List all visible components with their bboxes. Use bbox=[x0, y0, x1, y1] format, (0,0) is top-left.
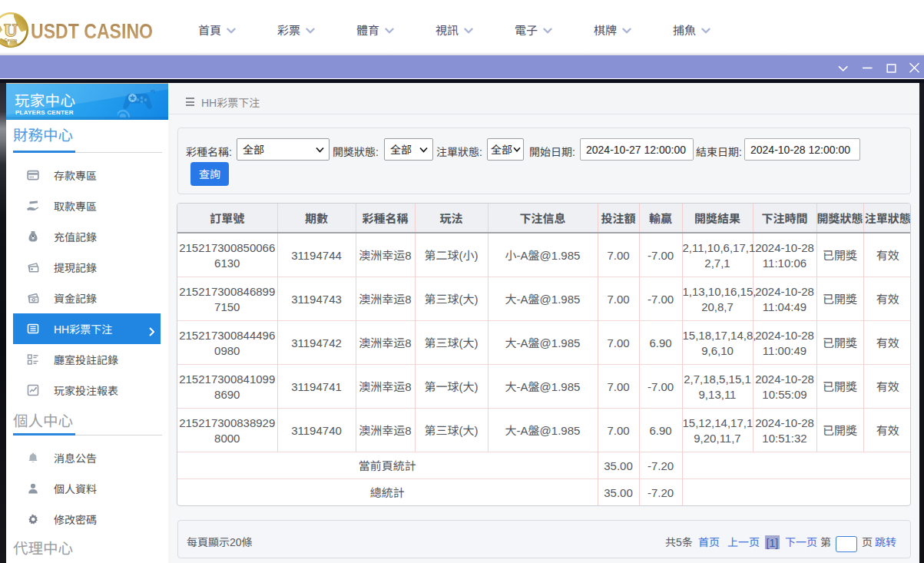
svg-text:Casino: Casino bbox=[5, 37, 18, 42]
